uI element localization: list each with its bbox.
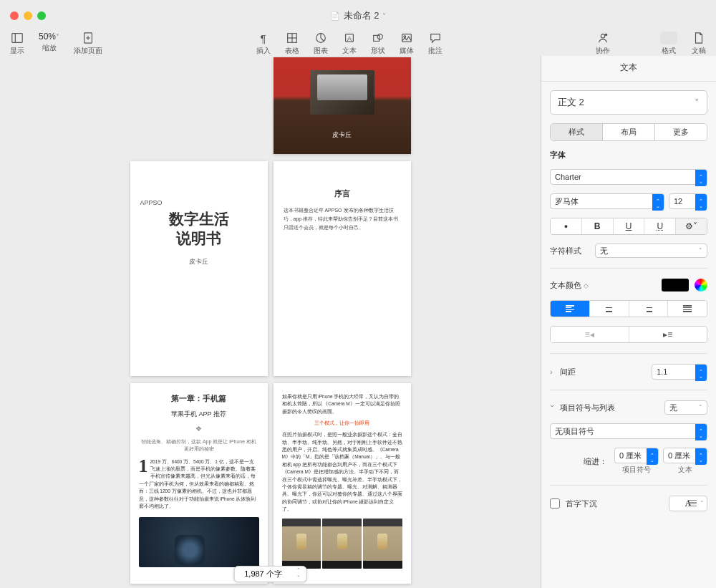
font-options-button[interactable]: ⚙︎˅: [675, 218, 707, 234]
bullets-disclosure[interactable]: 项目符号与列表: [550, 403, 615, 413]
inspector-title: 文本: [541, 56, 716, 82]
document-title[interactable]: 未命名 2: [330, 9, 387, 22]
page-2[interactable]: APPSO 数字生活说明书 皮卡丘: [130, 161, 268, 376]
bullet-indent-field[interactable]: 0 厘米: [614, 448, 659, 463]
comment-button[interactable]: 批注: [428, 32, 442, 56]
svg-point-15: [601, 34, 604, 38]
font-size-select[interactable]: 12: [669, 193, 707, 209]
section-heading: 三个模式，让你一拍即用: [282, 420, 402, 427]
outdent-button[interactable]: ≡◂: [551, 327, 629, 342]
book-author: 皮卡丘: [140, 257, 258, 266]
table-button[interactable]: 表格: [285, 32, 299, 56]
preface-title: 序言: [284, 188, 401, 199]
lead-text: 智能选角、精确控制，这款 App 就是让 iPhone 相机更好用的秘密: [139, 438, 259, 453]
screenshot-1: [282, 519, 321, 569]
titlebar: 未命名 2: [0, 0, 716, 32]
spacing-select[interactable]: 1.1: [652, 364, 707, 380]
align-justify-button[interactable]: [667, 301, 707, 317]
dropcap-style-select[interactable]: [669, 496, 707, 511]
text-color-label: 文本颜色 ◇: [550, 280, 589, 291]
bold-button[interactable]: B: [581, 218, 613, 234]
char-style-select[interactable]: 无: [595, 244, 707, 258]
zoom-select[interactable]: 50% 缩放: [39, 32, 59, 56]
zoom-window[interactable]: [37, 11, 46, 20]
page-1[interactable]: 皮卡丘: [274, 57, 411, 154]
italic-button[interactable]: U: [613, 218, 644, 234]
page-5[interactable]: 如果你就是只用 iPhone 手机的大经常，又认为自带的相机太简陋，所以 《Ca…: [274, 383, 411, 584]
chapter-subtitle: 苹果手机 APP 推荐: [139, 410, 259, 419]
insert-button[interactable]: ¶插入: [256, 32, 271, 56]
format-button[interactable]: 格式: [660, 32, 677, 56]
svg-text:A: A: [347, 35, 352, 42]
document-canvas[interactable]: 皮卡丘 APPSO 数字生活说明书 皮卡丘 序言 这本书籍整合近年 APPSO …: [0, 56, 541, 588]
spacing-disclosure[interactable]: 间距: [550, 367, 576, 377]
indent-label: 缩进：: [584, 456, 607, 467]
font-family-select[interactable]: Charter: [550, 169, 707, 185]
shape-button[interactable]: 形状: [371, 32, 385, 56]
text-indent-field[interactable]: 0 厘米: [663, 448, 707, 463]
font-style-buttons: ● B U U ⚙︎˅: [550, 218, 707, 235]
view-button[interactable]: 显示: [10, 32, 24, 56]
svg-point-14: [403, 36, 405, 38]
close-window[interactable]: [10, 11, 19, 20]
underline-button[interactable]: U: [644, 218, 675, 234]
font-section-label: 字体: [550, 150, 707, 160]
indent-segment: ≡◂ ▸≡: [550, 326, 707, 343]
text-button[interactable]: A文本: [342, 32, 357, 56]
cover-photo: [310, 70, 374, 115]
tab-more[interactable]: 更多: [654, 124, 707, 140]
chapter-title: 第一章：手机篇: [139, 393, 259, 404]
format-inspector: 文本 正文 2˅ 样式 布局 更多 字体 Charter 罗马体 12 ● B …: [541, 56, 716, 588]
appso-label: APPSO: [140, 199, 258, 206]
body-text-2: 在照片拍摄模式时，是照一般业余摄影这个模式：全自动、半手动、纯手动。另然，对于刚…: [282, 431, 402, 513]
document-button[interactable]: 文稿: [692, 32, 706, 56]
text-color-swatch[interactable]: [662, 279, 689, 291]
collaborate-button[interactable]: 协作: [596, 32, 610, 56]
text-align-segment: [550, 300, 707, 317]
dropcap-label: 首字下沉: [566, 498, 597, 509]
svg-rect-0: [12, 34, 22, 43]
screenshot-3: [363, 519, 402, 569]
word-count-popup[interactable]: 1,987 个字: [233, 566, 307, 582]
align-left-button[interactable]: [551, 301, 589, 317]
add-page-button[interactable]: 添加页面: [74, 32, 102, 56]
font-smaller-button[interactable]: ●: [551, 218, 581, 234]
product-image: [139, 517, 259, 567]
ornament: ❖: [139, 425, 259, 433]
paragraph-style-select[interactable]: 正文 2˅: [550, 90, 707, 115]
screenshot-row: [282, 519, 402, 569]
screenshot-2: [322, 519, 362, 569]
inspector-tabs[interactable]: 样式 布局 更多: [550, 123, 707, 141]
minimize-window[interactable]: [24, 11, 32, 20]
bullet-style-select[interactable]: 无项目符号: [550, 423, 707, 439]
media-button[interactable]: 媒体: [400, 32, 414, 56]
body-text-1: 如果你就是只用 iPhone 手机的大经常，又认为自带的相机太简陋，所以 《Ca…: [282, 393, 402, 415]
indent-button[interactable]: ▸≡: [629, 327, 707, 342]
preface-body: 这本书籍整合近年 APPSO 发布的各种数字生活技巧，app 推荐，特此来帮助你…: [284, 206, 401, 232]
tab-style[interactable]: 样式: [551, 124, 602, 140]
book-title: 数字生活说明书: [140, 209, 258, 249]
toolbar: 显示 50% 缩放 添加页面 ¶插入 表格 图表 A文本 形状 媒体 批注 协作…: [0, 32, 716, 56]
align-right-button[interactable]: [629, 301, 668, 317]
svg-point-16: [605, 34, 608, 37]
page-3[interactable]: 序言 这本书籍整合近年 APPSO 发布的各种数字生活技巧，app 推荐，特此来…: [274, 161, 411, 376]
bullets-select[interactable]: 无: [664, 400, 707, 415]
tab-layout[interactable]: 布局: [602, 124, 654, 140]
dropcap-checkbox[interactable]: [550, 498, 560, 509]
window-controls: [10, 11, 46, 20]
chart-button[interactable]: 图表: [314, 32, 328, 56]
page-4[interactable]: 第一章：手机篇 苹果手机 APP 推荐 ❖ 智能选角、精确控制，这款 App 就…: [130, 383, 268, 584]
cover-caption: 皮卡丘: [332, 130, 352, 140]
bullet-indent-caption: 项目符号: [614, 465, 659, 475]
body-text: 12019 万、6400 万、5400 万、1 亿，这不是一支飞速上涨的股票，而…: [139, 458, 259, 511]
align-center-button[interactable]: [589, 301, 629, 317]
color-picker-button[interactable]: [695, 279, 707, 291]
text-indent-caption: 文本: [663, 465, 707, 475]
svg-point-12: [377, 34, 382, 39]
char-style-label: 字符样式: [550, 246, 589, 256]
font-typeface-select[interactable]: 罗马体: [550, 193, 664, 209]
